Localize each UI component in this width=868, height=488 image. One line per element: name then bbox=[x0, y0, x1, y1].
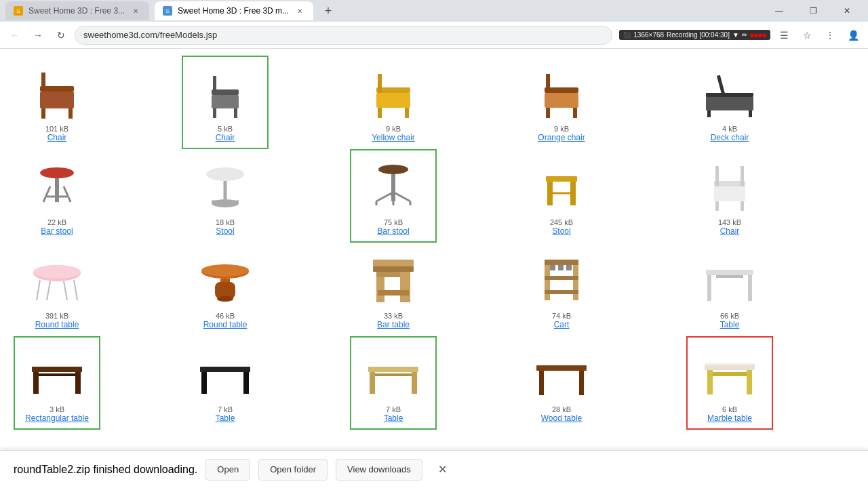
model-item[interactable]: 4 kB Deck chair bbox=[686, 56, 773, 149]
svg-rect-84 bbox=[39, 373, 75, 376]
model-label[interactable]: Chair bbox=[216, 133, 235, 142]
model-item[interactable]: 74 kB Cart bbox=[518, 243, 605, 336]
download-bar: roundTable2.zip finished downloading. Op… bbox=[0, 450, 868, 488]
bookmark-button[interactable]: ☆ bbox=[797, 26, 816, 45]
model-item[interactable]: 22 kB Bar stool bbox=[14, 149, 100, 243]
model-item[interactable]: 28 kB Wood table bbox=[518, 336, 605, 430]
model-label[interactable]: Stool bbox=[216, 226, 234, 236]
model-label[interactable]: Marble table bbox=[707, 413, 752, 423]
reload-button[interactable]: ↻ bbox=[52, 26, 71, 45]
tab-2[interactable]: S Sweet Home 3D : Free 3D m... ✕ bbox=[155, 1, 313, 20]
svg-rect-68 bbox=[378, 290, 409, 296]
svg-rect-81 bbox=[32, 367, 82, 372]
model-item[interactable]: 5 kB Chair bbox=[182, 56, 269, 149]
svg-rect-3 bbox=[68, 108, 73, 119]
model-label[interactable]: Bar stool bbox=[41, 226, 73, 236]
svg-rect-12 bbox=[378, 108, 382, 118]
view-downloads-button[interactable]: View downloads bbox=[336, 459, 422, 481]
svg-rect-14 bbox=[378, 74, 382, 93]
new-tab-button[interactable]: + bbox=[319, 1, 338, 20]
model-label[interactable]: Table bbox=[384, 413, 403, 423]
model-item[interactable]: 46 kB Round table bbox=[182, 243, 269, 336]
tab-1-favicon: S bbox=[14, 6, 23, 16]
svg-rect-63 bbox=[373, 260, 414, 266]
window-controls: — ❐ ✕ bbox=[764, 0, 863, 22]
forward-button[interactable]: → bbox=[28, 26, 47, 45]
model-size: 3 kB bbox=[50, 405, 64, 413]
tab-1[interactable]: S Sweet Home 3D : Free 3... ✕ bbox=[5, 1, 149, 20]
model-thumbnail bbox=[528, 343, 595, 404]
model-label[interactable]: Yellow chair bbox=[372, 133, 415, 142]
menu-button[interactable]: ⋮ bbox=[821, 26, 840, 45]
model-item[interactable]: 7 kB Table bbox=[350, 336, 437, 430]
model-label[interactable]: Chair bbox=[47, 133, 67, 142]
svg-rect-78 bbox=[707, 275, 711, 301]
model-item[interactable]: 18 kB Stool bbox=[182, 149, 269, 243]
svg-point-62 bbox=[217, 296, 233, 302]
model-item[interactable]: 3 kB Rectangular table bbox=[14, 336, 100, 430]
close-button[interactable]: ✕ bbox=[831, 0, 863, 22]
model-thumbnail bbox=[528, 62, 595, 123]
sidebar-button[interactable]: ☰ bbox=[774, 26, 793, 45]
minimize-button[interactable]: — bbox=[764, 0, 795, 22]
tab-2-close[interactable]: ✕ bbox=[294, 5, 305, 16]
tab-1-close[interactable]: ✕ bbox=[130, 5, 141, 16]
maximize-button[interactable]: ❐ bbox=[797, 0, 829, 22]
model-label[interactable]: Wood table bbox=[541, 413, 583, 423]
svg-rect-71 bbox=[545, 260, 578, 265]
svg-rect-1 bbox=[40, 92, 74, 108]
model-label[interactable]: Stool bbox=[552, 226, 570, 236]
address-text: sweethome3d.com/freeModels.jsp bbox=[83, 30, 217, 40]
model-item[interactable]: 101 kB Chair bbox=[14, 56, 100, 149]
model-thumbnail bbox=[23, 156, 91, 217]
model-item[interactable]: 9 kB Orange chair bbox=[518, 56, 605, 149]
back-button[interactable]: ← bbox=[5, 26, 24, 45]
model-label[interactable]: Table bbox=[720, 320, 740, 329]
open-button[interactable]: Open bbox=[205, 459, 250, 481]
tab-2-favicon: S bbox=[163, 6, 172, 16]
model-thumbnail bbox=[359, 62, 427, 123]
model-label[interactable]: Chair bbox=[720, 226, 740, 236]
svg-rect-50 bbox=[715, 166, 719, 186]
svg-rect-96 bbox=[705, 363, 755, 365]
model-item[interactable]: 66 kB Table bbox=[686, 243, 773, 336]
svg-line-57 bbox=[64, 281, 67, 300]
address-bar[interactable]: sweethome3d.com/freeModels.jsp bbox=[75, 26, 612, 45]
model-label[interactable]: Cart bbox=[554, 320, 570, 329]
recording-time: Recording [00:04:30] bbox=[667, 31, 730, 39]
model-label[interactable]: Bar table bbox=[377, 320, 410, 329]
model-label[interactable]: Round table bbox=[203, 320, 248, 329]
model-thumbnail bbox=[528, 249, 595, 310]
model-item[interactable]: 7 kB Table bbox=[182, 336, 269, 430]
svg-rect-42 bbox=[546, 176, 577, 182]
model-label[interactable]: Deck chair bbox=[711, 133, 749, 142]
svg-rect-73 bbox=[545, 290, 578, 294]
svg-point-34 bbox=[378, 165, 408, 174]
svg-rect-47 bbox=[714, 186, 745, 201]
model-item[interactable]: 245 kB Stool bbox=[518, 149, 605, 243]
model-label[interactable]: Table bbox=[216, 413, 235, 423]
model-size: 9 kB bbox=[554, 125, 569, 133]
model-label[interactable]: Bar stool bbox=[377, 226, 409, 236]
model-label[interactable]: Rectangular table bbox=[25, 413, 89, 423]
svg-rect-7 bbox=[213, 108, 216, 118]
model-item[interactable]: 75 kB Bar stool bbox=[350, 149, 437, 243]
open-folder-button[interactable]: Open folder bbox=[258, 459, 328, 481]
download-close-button[interactable]: ✕ bbox=[433, 460, 452, 479]
svg-rect-93 bbox=[539, 371, 544, 395]
model-label[interactable]: Orange chair bbox=[538, 133, 585, 142]
model-thumbnail bbox=[359, 249, 427, 310]
model-item[interactable]: 143 kB Chair bbox=[686, 149, 773, 243]
svg-rect-21 bbox=[706, 97, 753, 110]
model-item[interactable]: 9 kB Yellow chair bbox=[350, 56, 437, 149]
svg-point-59 bbox=[201, 264, 249, 277]
model-size: 245 kB bbox=[550, 218, 573, 226]
model-item[interactable]: 6 kB Marble table bbox=[686, 336, 773, 430]
svg-rect-98 bbox=[747, 370, 752, 394]
user-button[interactable]: 👤 bbox=[844, 26, 863, 45]
page-content: 101 kB Chair 5 kB Chair 9 kB Yellow chai… bbox=[0, 49, 868, 450]
nav-bar: ← → ↻ sweethome3d.com/freeModels.jsp ⬛ 1… bbox=[0, 22, 868, 49]
model-label[interactable]: Round table bbox=[35, 320, 79, 329]
model-item[interactable]: 391 kB Round table bbox=[14, 243, 100, 336]
model-item[interactable]: 33 kB Bar table bbox=[350, 243, 437, 336]
